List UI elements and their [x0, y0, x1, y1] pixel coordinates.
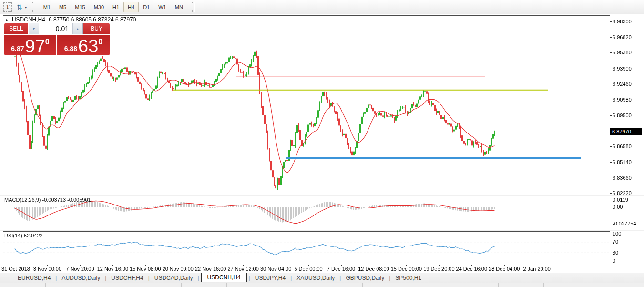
timeframe-button-M5[interactable]: M5	[55, 2, 71, 12]
rsi-tick-label: 30	[613, 250, 618, 256]
price-tick-label: 6.86580	[613, 144, 632, 149]
buy-price-box[interactable]: 6.88 63 0	[57, 35, 110, 55]
time-tick-label: 12 Nov 16:00	[97, 266, 128, 272]
symbol-tab-USDCAD[interactable]: USDCAD,Daily	[152, 274, 196, 282]
arrows-tool-button[interactable]: ⇅ ▼	[17, 4, 28, 10]
tab-separator: |	[55, 275, 57, 281]
timeframe-button-M15[interactable]: M15	[71, 2, 89, 12]
time-tick-label: 15 Nov 08:00	[130, 266, 161, 272]
time-tick-label: 20 Nov 00:00	[163, 266, 194, 272]
current-price-tag: 6.87970	[610, 128, 642, 135]
buy-price-point: 0	[98, 38, 102, 46]
sell-button[interactable]: SELL	[4, 23, 28, 34]
time-tick-label: 12 Dec 08:00	[358, 266, 389, 272]
volume-field[interactable]: 0.01	[39, 23, 72, 34]
timeframe-button-M1[interactable]: M1	[39, 2, 55, 12]
rsi-tick-label: 70	[613, 239, 618, 245]
time-tick-label: 15 Dec 00:00	[391, 266, 422, 272]
sell-price-pips: 97	[25, 39, 45, 54]
timeframe-button-W1[interactable]: W1	[154, 2, 171, 12]
buy-price-pips: 63	[78, 39, 98, 54]
macd-tick-label: 0.0119	[613, 197, 628, 203]
symbol-tab-AUDUSD[interactable]: AUDUSD,Daily	[59, 274, 103, 282]
time-tick-label: 19 Dec 20:00	[423, 266, 454, 272]
mt4-application-window: T ⇅ ▼ M1M5M15M30H1H4D1W1MN ▲ USDCNH,H4 6…	[0, 0, 644, 287]
toolbar-separator	[32, 2, 35, 12]
timeframe-button-M30[interactable]: M30	[90, 2, 108, 12]
symbol-tab-SP500[interactable]: SP500,H1	[392, 274, 424, 282]
time-tick-label: 27 Nov 12:00	[227, 266, 258, 272]
timeframe-button-H1[interactable]: H1	[108, 2, 123, 12]
symbol-tab-USDCHF[interactable]: USDCHF,H4	[108, 274, 146, 282]
tab-separator: |	[197, 275, 199, 281]
time-tick-label: 5 Dec 00:00	[294, 266, 322, 272]
volume-decrease-button[interactable]: ▼	[29, 23, 39, 34]
symbol-tab-XAUUSD[interactable]: XAUUSD,Daily	[294, 274, 337, 282]
toolbar-separator	[192, 2, 195, 12]
time-tick-label: 28 Dec 04:00	[489, 266, 520, 272]
time-tick-label: 7 Nov 20:00	[66, 266, 94, 272]
one-click-trade-panel: SELL ▼ 0.01 ▲ BUY 6.87 97 0 6.88 63 0	[4, 23, 110, 55]
price-tick-label: 6.85140	[613, 159, 632, 165]
rsi-tick-label: 100	[613, 231, 621, 236]
tab-separator: |	[389, 275, 390, 281]
buy-price-prefix: 6.88	[64, 45, 77, 52]
time-tick-label: 24 Dec 16:00	[456, 266, 487, 272]
timeframe-button-MN[interactable]: MN	[171, 2, 187, 12]
tab-separator: |	[290, 275, 292, 281]
time-tick-label: 3 Nov 00:00	[33, 266, 61, 272]
symbol-tab-USDCNH[interactable]: USDCNH,H4	[201, 273, 247, 282]
macd-tick-label: -0.027754	[613, 221, 636, 226]
tab-separator: |	[249, 275, 250, 281]
macd-indicator-label: MACD(12,26,9) -0.003713 -0.005901	[4, 197, 91, 203]
symbol-tab-bar: EURUSD,H4|AUDUSD,Daily|USDCHF,H4|USDCAD,…	[0, 273, 644, 287]
price-tick-label: 6.98300	[613, 19, 632, 24]
time-tick-label: 31 Oct 2018	[1, 266, 30, 272]
symbol-timeframe-label: USDCNH,H4	[12, 16, 45, 23]
tab-separator: |	[105, 275, 106, 281]
time-tick-label: 30 Nov 04:00	[260, 266, 291, 272]
chart-title: ▲ USDCNH,H4 6.87750 6.88605 6.87324 6.87…	[5, 16, 136, 23]
symbol-tab-EURUSD[interactable]: EURUSD,H4	[15, 274, 53, 282]
ohlc-values: 6.87750 6.88605 6.87324 6.87970	[49, 16, 136, 23]
volume-stepper: ▼ 0.01 ▲	[29, 23, 83, 34]
price-tick-label: 6.95380	[613, 50, 632, 55]
price-tick-label: 6.83660	[613, 175, 632, 181]
sell-price-box[interactable]: 6.87 97 0	[4, 35, 56, 55]
symbol-tab-GBPUSD[interactable]: GBPUSD,Daily	[343, 274, 387, 282]
timeframe-button-H4[interactable]: H4	[123, 2, 139, 12]
sell-price-point: 0	[45, 38, 50, 46]
symbol-tab-USDJPY[interactable]: USDJPY,H4	[252, 274, 288, 282]
top-toolbar: T ⇅ ▼ M1M5M15M30H1H4D1W1MN	[0, 0, 644, 14]
price-tick-label: 6.92460	[613, 81, 632, 87]
timeframe-toolbar: M1M5M15M30H1H4D1W1MN	[39, 2, 187, 12]
price-tick-label: 6.96820	[613, 34, 632, 40]
rsi-indicator-label: RSI(14) 52.0422	[4, 233, 43, 238]
price-tick-label: 6.82220	[613, 190, 632, 196]
tab-separator: |	[339, 275, 341, 281]
time-tick-label: 7 Dec 16:00	[327, 266, 355, 272]
collapse-panel-icon[interactable]: ▲	[5, 18, 9, 22]
time-tick-label: 22 Nov 16:00	[195, 266, 226, 272]
chevron-down-icon: ▼	[24, 6, 28, 9]
text-label-tool-icon[interactable]: T	[3, 2, 12, 12]
buy-button[interactable]: BUY	[83, 23, 110, 34]
price-tick-label: 6.90980	[613, 97, 632, 102]
macd-tick-label: 0.00	[613, 204, 623, 210]
rsi-tick-label: 0	[613, 258, 615, 264]
symbol-tabs: EURUSD,H4|AUDUSD,Daily|USDCHF,H4|USDCAD,…	[0, 273, 644, 283]
arrows-icon: ⇅	[17, 4, 22, 10]
price-tick-label: 6.93900	[613, 66, 632, 72]
tab-separator: |	[148, 275, 150, 281]
price-tick-label: 6.89500	[613, 113, 632, 118]
timeframe-button-D1[interactable]: D1	[139, 2, 154, 12]
time-tick-label: 2 Jan 20:00	[523, 266, 551, 272]
volume-increase-button[interactable]: ▲	[72, 23, 82, 34]
sell-price-prefix: 6.87	[11, 45, 24, 52]
tab-strip	[0, 283, 644, 287]
